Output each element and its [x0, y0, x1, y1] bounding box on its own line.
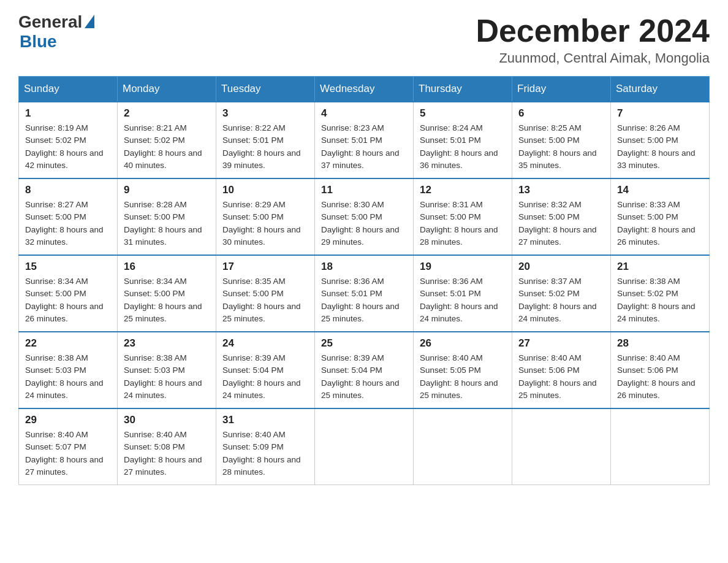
- table-row: 12 Sunrise: 8:31 AM Sunset: 5:00 PM Dayl…: [414, 178, 512, 255]
- table-row: 13 Sunrise: 8:32 AM Sunset: 5:00 PM Dayl…: [512, 178, 611, 255]
- day-number: 29: [25, 414, 111, 426]
- day-info: Sunrise: 8:40 AM Sunset: 5:07 PM Dayligh…: [25, 429, 111, 478]
- page-header: General Blue December 2024 Zuunmod, Cent…: [18, 12, 710, 66]
- day-number: 5: [420, 107, 506, 120]
- calendar-week-5: 29 Sunrise: 8:40 AM Sunset: 5:07 PM Dayl…: [19, 408, 710, 485]
- day-number: 3: [222, 107, 308, 120]
- table-row: [512, 408, 611, 485]
- day-info: Sunrise: 8:36 AM Sunset: 5:01 PM Dayligh…: [420, 275, 506, 325]
- logo-general-text: General: [18, 12, 82, 32]
- table-row: 22 Sunrise: 8:38 AM Sunset: 5:03 PM Dayl…: [19, 332, 118, 408]
- day-info: Sunrise: 8:26 AM Sunset: 5:00 PM Dayligh…: [617, 122, 703, 172]
- table-row: 21 Sunrise: 8:38 AM Sunset: 5:02 PM Dayl…: [611, 255, 710, 332]
- table-row: 18 Sunrise: 8:36 AM Sunset: 5:01 PM Dayl…: [315, 255, 414, 332]
- day-info: Sunrise: 8:30 AM Sunset: 5:00 PM Dayligh…: [321, 199, 407, 248]
- day-number: 2: [124, 107, 210, 120]
- table-row: [414, 408, 512, 485]
- day-info: Sunrise: 8:38 AM Sunset: 5:03 PM Dayligh…: [25, 352, 111, 402]
- day-number: 22: [25, 337, 111, 350]
- table-row: 29 Sunrise: 8:40 AM Sunset: 5:07 PM Dayl…: [19, 408, 118, 485]
- day-number: 21: [617, 261, 703, 273]
- calendar-week-1: 1 Sunrise: 8:19 AM Sunset: 5:02 PM Dayli…: [19, 102, 710, 178]
- logo: General Blue: [18, 12, 94, 52]
- table-row: 10 Sunrise: 8:29 AM Sunset: 5:00 PM Dayl…: [216, 178, 315, 255]
- day-number: 8: [25, 184, 111, 196]
- day-number: 19: [420, 261, 506, 273]
- day-info: Sunrise: 8:27 AM Sunset: 5:00 PM Dayligh…: [25, 199, 111, 248]
- day-info: Sunrise: 8:38 AM Sunset: 5:02 PM Dayligh…: [617, 275, 703, 325]
- day-number: 23: [124, 337, 210, 350]
- day-number: 17: [222, 261, 308, 273]
- header-friday: Friday: [512, 77, 611, 102]
- day-number: 27: [518, 337, 604, 350]
- day-info: Sunrise: 8:29 AM Sunset: 5:00 PM Dayligh…: [222, 199, 308, 248]
- day-info: Sunrise: 8:37 AM Sunset: 5:02 PM Dayligh…: [518, 275, 604, 325]
- table-row: 4 Sunrise: 8:23 AM Sunset: 5:01 PM Dayli…: [315, 102, 414, 178]
- title-section: December 2024 Zuunmod, Central Aimak, Mo…: [476, 12, 710, 66]
- day-number: 20: [518, 261, 604, 273]
- table-row: 15 Sunrise: 8:34 AM Sunset: 5:00 PM Dayl…: [19, 255, 118, 332]
- header-sunday: Sunday: [19, 77, 118, 102]
- day-number: 11: [321, 184, 407, 196]
- day-number: 25: [321, 337, 407, 350]
- day-number: 10: [222, 184, 308, 196]
- day-info: Sunrise: 8:40 AM Sunset: 5:05 PM Dayligh…: [420, 352, 506, 402]
- day-info: Sunrise: 8:40 AM Sunset: 5:08 PM Dayligh…: [124, 429, 210, 478]
- header-tuesday: Tuesday: [216, 77, 315, 102]
- table-row: 14 Sunrise: 8:33 AM Sunset: 5:00 PM Dayl…: [611, 178, 710, 255]
- logo-triangle-icon: [85, 15, 94, 28]
- table-row: 1 Sunrise: 8:19 AM Sunset: 5:02 PM Dayli…: [19, 102, 118, 178]
- day-number: 15: [25, 261, 111, 273]
- header-thursday: Thursday: [414, 77, 512, 102]
- table-row: 16 Sunrise: 8:34 AM Sunset: 5:00 PM Dayl…: [118, 255, 216, 332]
- table-row: 7 Sunrise: 8:26 AM Sunset: 5:00 PM Dayli…: [611, 102, 710, 178]
- day-info: Sunrise: 8:32 AM Sunset: 5:00 PM Dayligh…: [518, 199, 604, 248]
- day-info: Sunrise: 8:31 AM Sunset: 5:00 PM Dayligh…: [420, 199, 506, 248]
- calendar-week-3: 15 Sunrise: 8:34 AM Sunset: 5:00 PM Dayl…: [19, 255, 710, 332]
- calendar-week-4: 22 Sunrise: 8:38 AM Sunset: 5:03 PM Dayl…: [19, 332, 710, 408]
- table-row: 26 Sunrise: 8:40 AM Sunset: 5:05 PM Dayl…: [414, 332, 512, 408]
- day-info: Sunrise: 8:22 AM Sunset: 5:01 PM Dayligh…: [222, 122, 308, 172]
- day-info: Sunrise: 8:39 AM Sunset: 5:04 PM Dayligh…: [321, 352, 407, 402]
- table-row: 24 Sunrise: 8:39 AM Sunset: 5:04 PM Dayl…: [216, 332, 315, 408]
- calendar-header-row: Sunday Monday Tuesday Wednesday Thursday…: [19, 77, 710, 102]
- table-row: 30 Sunrise: 8:40 AM Sunset: 5:08 PM Dayl…: [118, 408, 216, 485]
- day-info: Sunrise: 8:40 AM Sunset: 5:06 PM Dayligh…: [617, 352, 703, 402]
- day-number: 28: [617, 337, 703, 350]
- day-info: Sunrise: 8:25 AM Sunset: 5:00 PM Dayligh…: [518, 122, 604, 172]
- header-monday: Monday: [118, 77, 216, 102]
- table-row: 8 Sunrise: 8:27 AM Sunset: 5:00 PM Dayli…: [19, 178, 118, 255]
- calendar-week-2: 8 Sunrise: 8:27 AM Sunset: 5:00 PM Dayli…: [19, 178, 710, 255]
- table-row: 9 Sunrise: 8:28 AM Sunset: 5:00 PM Dayli…: [118, 178, 216, 255]
- day-info: Sunrise: 8:34 AM Sunset: 5:00 PM Dayligh…: [25, 275, 111, 325]
- day-number: 9: [124, 184, 210, 196]
- day-info: Sunrise: 8:23 AM Sunset: 5:01 PM Dayligh…: [321, 122, 407, 172]
- table-row: [611, 408, 710, 485]
- day-number: 1: [25, 107, 111, 120]
- calendar-table: Sunday Monday Tuesday Wednesday Thursday…: [18, 76, 710, 485]
- day-number: 30: [124, 414, 210, 426]
- day-info: Sunrise: 8:33 AM Sunset: 5:00 PM Dayligh…: [617, 199, 703, 248]
- table-row: 6 Sunrise: 8:25 AM Sunset: 5:00 PM Dayli…: [512, 102, 611, 178]
- table-row: 28 Sunrise: 8:40 AM Sunset: 5:06 PM Dayl…: [611, 332, 710, 408]
- day-number: 4: [321, 107, 407, 120]
- table-row: 20 Sunrise: 8:37 AM Sunset: 5:02 PM Dayl…: [512, 255, 611, 332]
- day-info: Sunrise: 8:40 AM Sunset: 5:06 PM Dayligh…: [518, 352, 604, 402]
- header-wednesday: Wednesday: [315, 77, 414, 102]
- table-row: 23 Sunrise: 8:38 AM Sunset: 5:03 PM Dayl…: [118, 332, 216, 408]
- table-row: 25 Sunrise: 8:39 AM Sunset: 5:04 PM Dayl…: [315, 332, 414, 408]
- table-row: [315, 408, 414, 485]
- day-number: 12: [420, 184, 506, 196]
- day-info: Sunrise: 8:35 AM Sunset: 5:00 PM Dayligh…: [222, 275, 308, 325]
- day-info: Sunrise: 8:39 AM Sunset: 5:04 PM Dayligh…: [222, 352, 308, 402]
- table-row: 17 Sunrise: 8:35 AM Sunset: 5:00 PM Dayl…: [216, 255, 315, 332]
- day-info: Sunrise: 8:19 AM Sunset: 5:02 PM Dayligh…: [25, 122, 111, 172]
- table-row: 2 Sunrise: 8:21 AM Sunset: 5:02 PM Dayli…: [118, 102, 216, 178]
- location-subtitle: Zuunmod, Central Aimak, Mongolia: [476, 50, 710, 66]
- table-row: 5 Sunrise: 8:24 AM Sunset: 5:01 PM Dayli…: [414, 102, 512, 178]
- day-info: Sunrise: 8:28 AM Sunset: 5:00 PM Dayligh…: [124, 199, 210, 248]
- table-row: 11 Sunrise: 8:30 AM Sunset: 5:00 PM Dayl…: [315, 178, 414, 255]
- logo-blue-text: Blue: [20, 32, 57, 52]
- day-info: Sunrise: 8:36 AM Sunset: 5:01 PM Dayligh…: [321, 275, 407, 325]
- day-info: Sunrise: 8:40 AM Sunset: 5:09 PM Dayligh…: [222, 429, 308, 478]
